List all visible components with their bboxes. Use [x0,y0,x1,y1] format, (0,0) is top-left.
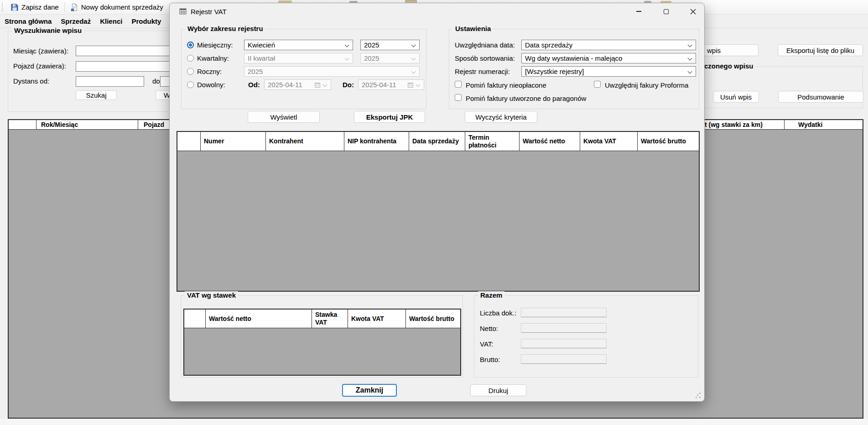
chevron-down-icon [411,43,416,47]
skip-receipt-invoices-checkbox[interactable] [455,94,462,101]
include-proforma-label[interactable]: Uwzględnij fakury Proforma [605,81,688,89]
range-selection-group: Wybór zakresu rejestru Miesięczny: Kwiec… [181,29,426,109]
month-select[interactable]: Kwiecień [244,40,353,50]
skip-receipt-invoices-label[interactable]: Pomiń faktury utworzone do paragonów [466,94,586,102]
column-header-payment-due[interactable]: Termin płatności [465,132,520,151]
selected-entry-group-title: czonego wpisu [702,62,756,70]
vat-by-rates-table-body[interactable] [184,328,460,375]
chevron-down-icon [688,69,692,74]
chevron-down-icon [688,43,692,47]
considered-date-label: Uwzględniana data: [455,41,515,49]
to-date-value: 2025-04-11 [362,81,396,89]
toolbar-grip[interactable] [2,3,4,12]
yearly-radio[interactable] [187,68,194,75]
doc-count-label: Liczba dok.: [480,309,516,317]
distance-from-label: Dystans od: [13,77,49,85]
column-header-sale-date[interactable]: Data sprzedaży [409,132,465,151]
column-header-selector[interactable] [177,132,201,151]
from-label: Od: [248,81,260,89]
save-icon [10,3,19,11]
to-label: Do: [343,81,354,89]
sort-order-select[interactable]: Wg daty wystawienia - malejąco [521,53,696,63]
settings-group-title: Ustawienia [453,25,493,32]
minimize-button[interactable] [628,3,649,20]
vehicle-contains-label: Pojazd (zawiera): [13,62,66,70]
vat-by-rates-table-header[interactable]: Wartość netto Stawka VAT Kwota VAT Warto… [184,310,460,328]
export-list-to-file-button[interactable]: Eksportuj listę do pliku [778,44,863,56]
maximize-icon [664,9,669,14]
month-year-select-value: 2025 [364,41,379,49]
column-header-contractor-nip[interactable]: NIP kontrahenta [344,132,409,151]
search-button[interactable]: Szukaj [76,90,117,100]
menu-item-clients[interactable]: Klienci [95,15,127,27]
column-header-expenses[interactable]: Wydatki [798,121,822,128]
window-bottom-edge [0,419,868,425]
net-total-label: Netto: [480,325,498,332]
column-header-vat-amount[interactable]: Kwota VAT [348,310,406,328]
menu-item-sales[interactable]: Sprzedaż [56,15,95,27]
quarterly-radio[interactable] [187,55,194,62]
custom-range-radio[interactable] [187,81,194,88]
save-data-button[interactable]: Zapisz dane [7,1,62,14]
column-header-cost-per-km[interactable]: t (wg stawki za km) [705,121,763,128]
column-header-vehicle[interactable]: Pojazd [144,121,164,128]
close-dialog-button[interactable]: Zamknij [342,384,397,397]
column-header-year-month[interactable]: Rok/Miesiąc [41,121,78,128]
selected-entry-group: czonego wpisu Usuń wpis Podsumowanie [683,66,863,108]
year-select-value: 2025 [248,68,263,75]
column-header-vat-amount[interactable]: Kwota VAT [580,132,638,151]
skip-unpaid-checkbox[interactable] [455,81,462,88]
column-header-number[interactable]: Numer [201,132,266,151]
summary-button[interactable]: Podsumowanie [778,91,863,103]
totals-group-title: Razem [478,291,504,299]
considered-date-value: Data sprzedaży [525,41,572,49]
quarterly-label: Kwartalny: [197,54,229,62]
include-proforma-checkbox[interactable] [594,81,601,88]
distance-from-input[interactable] [76,76,144,87]
dialog-titlebar[interactable]: Rejestr VAT [170,3,704,20]
search-entry-group-title: Wyszukiwanie wpisu [12,26,84,34]
print-button[interactable]: Drukuj [470,384,526,396]
to-date-picker: 2025-04-11 [358,79,424,90]
quarter-year-select: 2025 [360,53,420,63]
column-header-contractor[interactable]: Kontrahent [266,132,344,151]
menu-item-home[interactable]: Strona główna [0,15,56,27]
clear-criteria-button[interactable]: Wyczyść kryteria [465,111,537,123]
net-total-field [521,323,607,333]
close-button[interactable] [682,3,703,20]
column-header-net-value[interactable]: Wartość netto [206,310,312,328]
chevron-down-icon [345,43,349,47]
numbering-register-select[interactable]: [Wszystkie rejestry] [521,66,696,77]
range-group-title: Wybór zakresu rejestru [185,25,265,32]
chevron-down-icon [345,56,349,61]
delete-entry-button[interactable]: Usuń wpis [713,91,759,103]
vat-register-table-body[interactable] [177,151,699,291]
month-contains-label: Miesiąc (zawiera): [13,47,68,55]
calendar-icon [315,82,320,88]
sort-order-label: Sposób sortowania: [455,54,515,62]
gross-total-label: Brutto: [480,356,500,363]
new-sales-document-button[interactable]: Nowy dokument sprzedaży [67,1,167,14]
resize-grip[interactable] [694,392,701,398]
considered-date-select[interactable]: Data sprzedaży [521,40,696,50]
column-header-net-value[interactable]: Wartość netto [520,132,580,151]
menu-item-products[interactable]: Produkty [127,15,166,27]
quarter-select-value: II kwartał [248,54,275,62]
custom-range-label: Dowolny: [197,81,225,89]
minimize-icon [636,11,641,12]
monthly-label: Miesięczny: [197,41,233,49]
column-header-selector[interactable] [184,310,206,328]
export-jpk-button[interactable]: Eksportuj JPK [354,111,425,123]
maximize-button[interactable] [655,3,676,20]
column-header-gross-value[interactable]: Wartość brutto [406,310,460,328]
column-header-gross-value[interactable]: Wartość brutto [638,132,699,151]
chevron-down-icon [323,83,327,87]
show-button[interactable]: Wyświetl [248,111,320,123]
vat-register-table-header[interactable]: Numer Kontrahent NIP kontrahenta Data sp… [177,132,699,151]
sort-order-value: Wg daty wystawienia - malejąco [525,54,622,62]
month-year-select[interactable]: 2025 [360,40,420,50]
skip-unpaid-label[interactable]: Pomiń faktury nieopłacone [466,81,546,89]
monthly-radio[interactable] [187,42,194,48]
column-header-vat-rate[interactable]: Stawka VAT [312,310,348,328]
save-data-label: Zapisz dane [21,3,59,11]
